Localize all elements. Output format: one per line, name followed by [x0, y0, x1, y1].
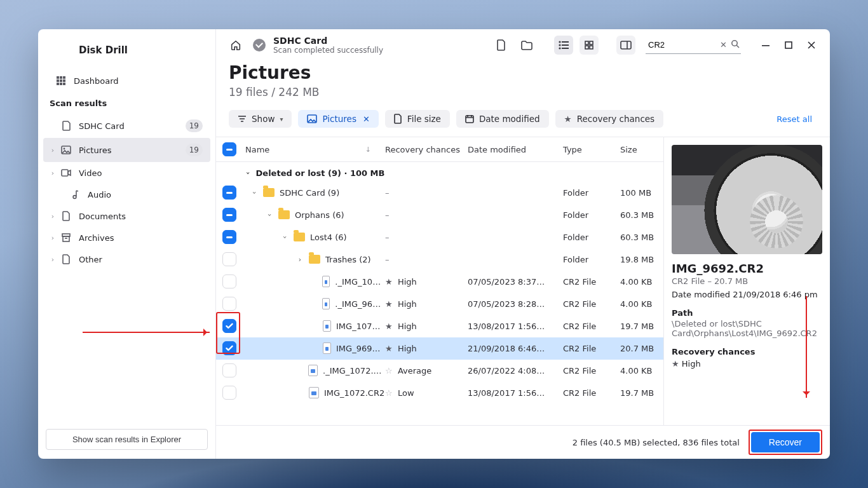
table-row[interactable]: IMG_1072.CR2☆ Low13/08/2017 1:56…CR2 Fil…	[216, 382, 663, 404]
search-field[interactable]: ✕	[646, 36, 741, 54]
table-row[interactable]: ._IMG_1072.CR2★ High07/05/2023 8:37…CR2 …	[216, 271, 663, 293]
svg-rect-22	[590, 41, 593, 44]
filter-bar: Show ▾ Pictures ✕ File size Date modifie…	[216, 105, 830, 137]
row-type: Folder	[563, 188, 620, 198]
table-row[interactable]: ._IMG_9692.CR2★ High07/05/2023 8:28…CR2 …	[216, 293, 663, 315]
row-checkbox[interactable]	[222, 252, 236, 266]
folder-icon	[294, 233, 305, 241]
recover-button[interactable]: Recover	[751, 432, 820, 452]
row-type: CR2 File	[563, 388, 620, 398]
svg-rect-0	[57, 76, 59, 79]
svg-rect-6	[57, 83, 59, 85]
row-size: 19.8 MB	[620, 255, 663, 264]
show-in-explorer-button[interactable]: Show scan results in Explorer	[46, 429, 208, 450]
window-close-button[interactable]	[803, 37, 820, 53]
tree-caret-icon[interactable]: ›	[250, 189, 259, 196]
chevron-down-icon: ›	[244, 172, 252, 175]
page-subtitle: 19 files / 242 MB	[229, 86, 817, 98]
row-recovery: High	[398, 322, 417, 331]
pictures-filter[interactable]: Pictures ✕	[298, 110, 378, 128]
select-all-checkbox[interactable]	[222, 142, 236, 156]
footer: 2 files (40.5 MB) selected, 836 files to…	[216, 425, 830, 459]
callout-arrow-right	[83, 332, 210, 333]
column-name[interactable]: Name↓	[245, 145, 385, 154]
clear-search-icon[interactable]: ✕	[720, 40, 727, 50]
nav-archives[interactable]: › Archives	[43, 227, 210, 248]
row-checkbox[interactable]	[222, 386, 236, 400]
row-size: 60.3 MB	[620, 210, 663, 220]
sd-card-icon	[61, 121, 71, 131]
tree-caret-icon[interactable]: ›	[266, 211, 274, 219]
table-row[interactable]: ._IMG_1072.CR2☆ Average26/07/2022 4:08…C…	[216, 360, 663, 382]
nav-item-label: Documents	[79, 212, 126, 221]
table-row[interactable]: IMG_9692.CR2★ High21/09/2018 6:46…CR2 Fi…	[216, 337, 663, 360]
table-row[interactable]: ›SDHC Card (9)–Folder100 MB	[216, 182, 663, 204]
search-icon	[731, 39, 740, 50]
row-checkbox[interactable]	[222, 363, 236, 377]
row-size: 19.7 MB	[620, 322, 663, 331]
row-size: 4.00 KB	[620, 299, 663, 309]
recovery-filter[interactable]: ★ Recovery chances	[555, 110, 664, 128]
column-date[interactable]: Date modified	[468, 145, 563, 154]
star-icon: ★	[672, 359, 679, 369]
svg-point-15	[559, 41, 560, 43]
menu-button[interactable]	[51, 41, 70, 60]
row-name: Orphans (6)	[295, 210, 344, 220]
details-path: \Deleted or lost\SDHC Card\Orphans\Lost4…	[672, 319, 822, 338]
window-minimize-button[interactable]	[757, 37, 774, 53]
row-name: SDHC Card (9)	[280, 188, 339, 198]
column-recovery[interactable]: Recovery chances	[385, 145, 468, 154]
svg-rect-20	[562, 48, 569, 49]
nav-video[interactable]: › Video	[43, 162, 210, 184]
row-checkbox[interactable]	[222, 208, 236, 222]
svg-rect-14	[63, 236, 69, 241]
table-row[interactable]: ›Lost4 (6)–Folder60.3 MB	[216, 226, 663, 248]
remove-filter-icon[interactable]: ✕	[363, 114, 370, 124]
device-status: Scan completed successfully	[273, 46, 383, 55]
svg-point-12	[73, 196, 76, 199]
column-type[interactable]: Type	[563, 145, 620, 154]
row-checkbox[interactable]	[222, 319, 236, 333]
file-size-filter[interactable]: File size	[385, 110, 450, 128]
folder-view-button[interactable]	[517, 36, 536, 55]
row-checkbox[interactable]	[222, 341, 236, 355]
home-button[interactable]	[226, 36, 245, 55]
row-type: CR2 File	[563, 277, 620, 287]
date-filter[interactable]: Date modified	[456, 110, 549, 128]
nav-pictures[interactable]: › Pictures 19	[43, 138, 210, 162]
file-view-button[interactable]	[492, 36, 511, 55]
row-checkbox[interactable]	[222, 297, 236, 311]
table-row[interactable]: IMG_1072.CR2★ High13/08/2017 1:56…CR2 Fi…	[216, 315, 663, 337]
row-type: Folder	[563, 233, 620, 242]
nav-other[interactable]: › Other	[43, 248, 210, 270]
group-header[interactable]: › Deleted or lost (9) · 100 MB	[216, 162, 663, 182]
reset-all-link[interactable]: Reset all	[776, 114, 817, 124]
tree-caret-icon[interactable]: ›	[296, 255, 304, 264]
file-icon	[61, 254, 71, 264]
nav-sdhc-card[interactable]: SDHC Card 19	[43, 114, 210, 138]
row-checkbox[interactable]	[222, 230, 236, 244]
details-date: Date modified 21/09/2018 6:46 pm	[672, 290, 822, 299]
details-type-size: CR2 File – 20.7 MB	[672, 276, 822, 286]
row-name: IMG_1072.CR2	[324, 388, 384, 398]
list-view-button[interactable]	[554, 36, 573, 55]
preview-thumbnail	[672, 145, 822, 254]
row-type: CR2 File	[563, 366, 620, 376]
table-row[interactable]: ›Orphans (6)–Folder60.3 MB	[216, 204, 663, 226]
chevron-right-icon: ›	[48, 146, 57, 154]
nav-dashboard[interactable]: Dashboard	[43, 70, 210, 92]
tree-caret-icon[interactable]: ›	[281, 233, 289, 241]
nav-documents[interactable]: › Documents	[43, 205, 210, 227]
svg-rect-7	[60, 83, 62, 85]
details-path-head: Path	[672, 308, 822, 318]
nav-audio[interactable]: Audio	[43, 184, 210, 205]
row-checkbox[interactable]	[222, 186, 236, 200]
sidebar-toggle-button[interactable]	[616, 36, 635, 55]
nav-dashboard-label: Dashboard	[74, 76, 119, 86]
row-checkbox[interactable]	[222, 274, 236, 288]
window-maximize-button[interactable]	[780, 37, 797, 53]
row-size: 60.3 MB	[620, 233, 663, 242]
svg-point-17	[559, 44, 560, 46]
table-row[interactable]: ›Trashes (2)–Folder19.8 MB	[216, 248, 663, 271]
show-filter[interactable]: Show ▾	[229, 110, 292, 128]
